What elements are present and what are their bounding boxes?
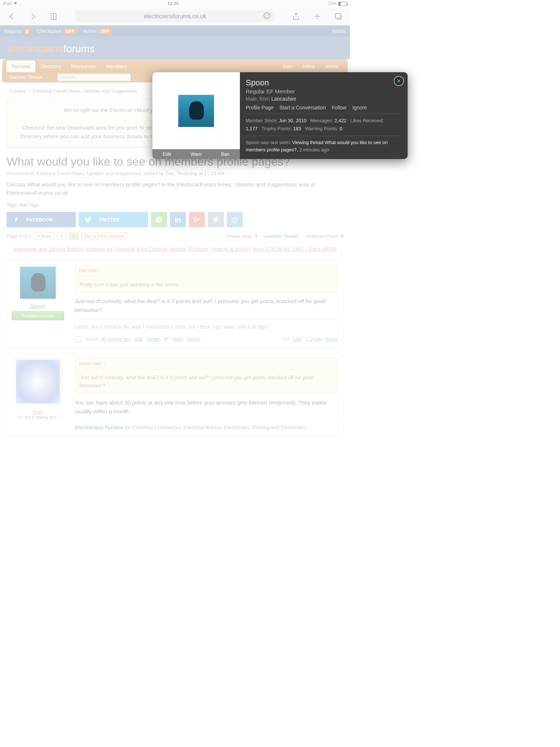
modal-last-seen: Spoon was last seen: Viewing thread What… <box>246 136 350 153</box>
modal-profile-link[interactable]: Profile Page <box>246 105 273 111</box>
modal-ban[interactable]: Ban <box>211 149 240 159</box>
modal-tools: Edit Warn Ban <box>152 149 240 159</box>
profile-overlay[interactable]: ✕ Edit Warn Ban Spoon Regular EF Member … <box>0 0 350 446</box>
modal-location[interactable]: Lancashire <box>271 96 296 102</box>
modal-role: Regular EF Member <box>246 88 350 94</box>
modal-gender: Male, <box>246 96 258 102</box>
modal-conversation-link[interactable]: Start a Conversation <box>279 105 326 111</box>
modal-follow-link[interactable]: Follow <box>332 105 346 111</box>
modal-edit[interactable]: Edit <box>152 149 182 159</box>
modal-username: Spoon <box>246 78 350 88</box>
profile-modal: ✕ Edit Warn Ban Spoon Regular EF Member … <box>152 72 350 159</box>
modal-stats: Member Since: Jun 30, 2010 Messages: 2,4… <box>246 117 350 133</box>
modal-avatar <box>178 95 214 127</box>
modal-warn[interactable]: Warn <box>182 149 211 159</box>
